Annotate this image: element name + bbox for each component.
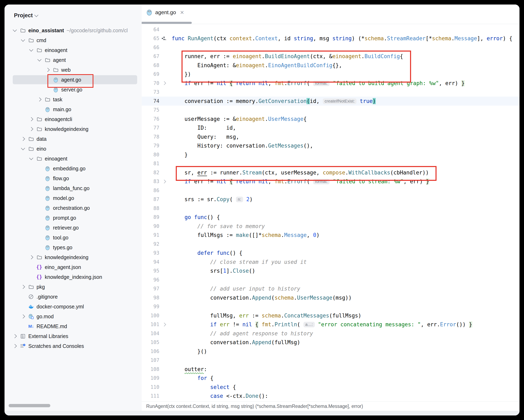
code-line-83[interactable]: 83 if err != nil { return nil, fmt.Error…	[142, 177, 519, 186]
code-line-94[interactable]: 94 // close stream if you used it	[142, 258, 519, 267]
tree-item-einoagent[interactable]: einoagent	[5, 154, 142, 164]
tree-item-readme-md[interactable]: M↓README.md	[5, 321, 142, 331]
chevron-right-icon[interactable]	[11, 345, 19, 348]
code-line-82[interactable]: 82 sr, err := runner.Stream(ctx, userMes…	[142, 168, 519, 177]
tree-item-model-go[interactable]: model.go	[5, 193, 142, 203]
code-line-74[interactable]: 74 conversation := memory.GetConversatio…	[142, 97, 519, 106]
code-line-75[interactable]: 75	[142, 106, 519, 115]
code-line-68[interactable]: 68 EinoAgent: &einoagent.EinoAgentBuildC…	[142, 61, 519, 70]
code-line-105[interactable]: 105 conversation.Append(fullMsg)	[142, 338, 519, 347]
chevron-down-icon[interactable]	[27, 158, 35, 160]
code-line-64[interactable]: 64	[142, 25, 519, 34]
code-line-73[interactable]: 73	[142, 88, 519, 97]
chevron-right-icon[interactable]	[27, 118, 35, 121]
chevron-down-icon[interactable]	[27, 49, 35, 51]
sidebar-horizontal-scrollbar[interactable]	[9, 404, 50, 407]
code-line-93[interactable]: 93 defer func() {	[142, 249, 519, 258]
code-line-100[interactable]: 100 fullMsg, err := schema.ConcatMessage…	[142, 311, 519, 320]
tree-item--gitignore[interactable]: .gitignore	[5, 292, 142, 302]
fold-chevron-icon[interactable]	[159, 82, 169, 84]
tree-item-knowledgeindexing[interactable]: knowledgeindexing	[5, 252, 142, 262]
tree-item-knowledge-indexing-json[interactable]: {}knowledge_indexing.json	[5, 272, 142, 282]
chevron-right-icon[interactable]	[11, 335, 19, 338]
code-line-89[interactable]: 89 go func() {	[142, 213, 519, 222]
code-line-77[interactable]: 77 ID: id,	[142, 124, 519, 133]
breadcrumb-text[interactable]: RunAgent(ctx context.Context, id string,…	[146, 403, 363, 409]
tree-item-einoagent[interactable]: einoagent	[5, 45, 142, 55]
chevron-down-icon[interactable]	[35, 59, 44, 61]
tab-close-icon[interactable]: ×	[180, 9, 184, 16]
code-line-65[interactable]: 65func RunAgent(ctx context.Context, id …	[142, 34, 519, 43]
tree-item-go-mod[interactable]: go.mod	[5, 312, 142, 321]
code-line-76[interactable]: 76 userMessage := &einoagent.UserMessage…	[142, 115, 519, 124]
code-line-101[interactable]: 101 if err != nil { fmt.Println( a…: "er…	[142, 320, 519, 329]
tree-item-embedding-go[interactable]: embedding.go	[5, 164, 142, 173]
tree-item-agent-go[interactable]: agent.go	[5, 75, 142, 85]
code-line-70[interactable]: 70 if err != nil { return nil, fmt.Error…	[142, 79, 519, 88]
tree-item-eino-assistant[interactable]: eino_assistant~/gocode/src/github.com/cl	[5, 26, 142, 35]
code-line-69[interactable]: 69 })	[142, 70, 519, 79]
code-line-95[interactable]: 95 srs[1].Close()	[142, 267, 519, 276]
tree-item-web[interactable]: web	[5, 65, 142, 75]
code-line-111[interactable]: 111 case <-ctx.Done():	[142, 392, 519, 401]
tree-item-docker-compose-yml[interactable]: docker-compose.yml	[5, 302, 142, 312]
chevron-right-icon[interactable]	[44, 68, 52, 71]
code-line-109[interactable]: 109 for {	[142, 374, 519, 383]
tree-item-orchestration-go[interactable]: orchestration.go	[5, 203, 142, 213]
code-line-91[interactable]: 91 fullMsgs := make([]*schema.Message, 0…	[142, 231, 519, 240]
project-header[interactable]: Project	[14, 12, 38, 19]
tree-item-main-go[interactable]: main.go	[5, 104, 142, 114]
gutter-implementation-icon[interactable]	[159, 36, 169, 40]
tree-item-lambda-func-go[interactable]: lambda_func.go	[5, 183, 142, 193]
fold-chevron-icon[interactable]	[159, 180, 169, 183]
code-line-80[interactable]: 80 }	[142, 150, 519, 159]
code-line-107[interactable]: 107	[142, 356, 519, 365]
code-line-88[interactable]: 88	[142, 204, 519, 213]
chevron-down-icon[interactable]	[11, 30, 19, 31]
code-line-79[interactable]: 79 History: conversation.GetMessages(),	[142, 141, 519, 150]
code-line-99[interactable]: 99	[142, 302, 519, 311]
code-line-78[interactable]: 78 Query: msg,	[142, 132, 519, 141]
chevron-right-icon[interactable]	[19, 315, 27, 318]
tree-item-flow-go[interactable]: flow.go	[5, 173, 142, 183]
code-line-98[interactable]: 98 conversation.Append(schema.UserMessag…	[142, 293, 519, 302]
chevron-right-icon[interactable]	[19, 286, 27, 288]
tree-item-knowledgeindexing[interactable]: knowledgeindexing	[5, 124, 142, 134]
code-line-110[interactable]: 110 select {	[142, 383, 519, 392]
tree-item-tool-go[interactable]: tool.go	[5, 232, 142, 242]
tree-item-eino-agent-json[interactable]: {}eino_agent.json	[5, 262, 142, 272]
code-line-92[interactable]: 92	[142, 240, 519, 249]
code-line-108[interactable]: 108 outter:	[142, 365, 519, 374]
tab-agent-go[interactable]: agent.go ×	[146, 9, 184, 16]
tree-item-einoagentcli[interactable]: einoagentcli	[5, 114, 142, 124]
code-line-81[interactable]: 81	[142, 159, 519, 168]
tree-item-data[interactable]: data	[5, 134, 142, 144]
tree-item-cmd[interactable]: cmd	[5, 35, 142, 45]
code-line-90[interactable]: 90 // for save to memory	[142, 222, 519, 231]
chevron-right-icon[interactable]	[27, 128, 35, 131]
tree-item-prompt-go[interactable]: prompt.go	[5, 213, 142, 223]
code-line-87[interactable]: 87 srs := sr.Copy( n: 2)	[142, 195, 519, 204]
tree-item-task[interactable]: task	[5, 95, 142, 104]
chevron-right-icon[interactable]	[19, 137, 27, 140]
chevron-down-icon[interactable]	[19, 148, 27, 150]
tree-item-agent[interactable]: agent	[5, 55, 142, 65]
code-line-86[interactable]: 86	[142, 186, 519, 195]
code-line-106[interactable]: 106 }()	[142, 347, 519, 356]
tree-item-types-go[interactable]: types.go	[5, 242, 142, 252]
tree-item-server-go[interactable]: server.go	[5, 85, 142, 95]
chevron-right-icon[interactable]	[35, 98, 44, 101]
tree-item-retriever-go[interactable]: retriever.go	[5, 223, 142, 232]
tree-item-pkg[interactable]: pkg	[5, 282, 142, 292]
code-line-104[interactable]: 104 // add agent response to history	[142, 329, 519, 338]
code-line-67[interactable]: 67 runner, err := einoagent.BuildEinoAge…	[142, 52, 519, 61]
tree-item-scratches-and-consoles[interactable]: Scratches and Consoles	[5, 341, 142, 351]
tree-item-eino[interactable]: eino	[5, 144, 142, 154]
code-line-66[interactable]: 66	[142, 43, 519, 52]
fold-chevron-icon[interactable]	[159, 323, 169, 326]
chevron-down-icon[interactable]	[19, 39, 27, 41]
code-line-96[interactable]: 96	[142, 275, 519, 284]
chevron-right-icon[interactable]	[27, 256, 35, 259]
code-line-97[interactable]: 97 // add user input to history	[142, 284, 519, 294]
tree-item-external-libraries[interactable]: External Libraries	[5, 331, 142, 341]
